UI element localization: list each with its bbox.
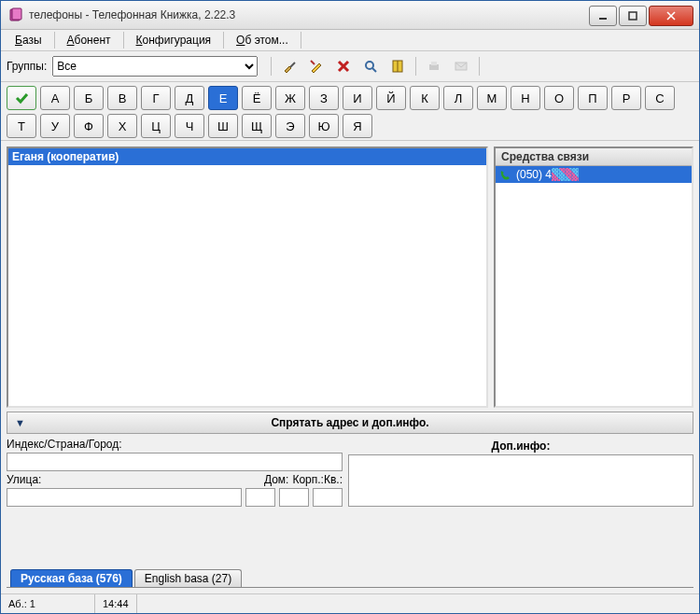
minimize-button[interactable]: [589, 6, 617, 26]
korp-kv-label: Корп.:Кв.:: [292, 473, 343, 486]
window-title: телефоны - Телефонная Книжка, 2.22.3: [29, 8, 587, 21]
contact-pane: Средства связи (050) 4▓▓▓▓: [494, 147, 693, 408]
extra-textarea[interactable]: [348, 454, 693, 507]
lower-panel: Индекс/Страна/Город: Улица: Дом: Корп.:К…: [7, 438, 693, 507]
index-input[interactable]: [7, 453, 343, 471]
phone-icon: [499, 169, 512, 180]
menu-separator: [54, 32, 55, 49]
street-input-row: [7, 488, 343, 507]
toolbar-separator: [415, 57, 416, 76]
svg-line-7: [311, 61, 315, 64]
alpha-btn-Ё[interactable]: Ё: [242, 86, 272, 110]
pencil-icon[interactable]: [305, 55, 328, 77]
groups-label: Группы:: [7, 60, 47, 73]
alpha-btn-К[interactable]: К: [410, 86, 440, 110]
list-row-selected[interactable]: Еганя (кооператив): [8, 148, 486, 165]
contact-header: Средства связи: [496, 148, 692, 166]
extra-block: Доп.инфо:: [348, 438, 693, 507]
alpha-btn-З[interactable]: З: [309, 86, 339, 110]
status-count: Аб.: 1: [1, 594, 95, 613]
status-time: 14:44: [95, 594, 137, 613]
close-button[interactable]: [649, 6, 693, 26]
groups-row: Группы: Все: [1, 51, 699, 82]
alpha-btn-Ю[interactable]: Ю: [309, 114, 339, 138]
street-label: Улица:: [7, 473, 260, 486]
menu-separator: [123, 32, 124, 49]
alpha-btn-Г[interactable]: Г: [141, 86, 171, 110]
alpha-btn-Е[interactable]: Е: [208, 86, 238, 110]
svg-line-6: [290, 63, 295, 67]
index-label: Индекс/Страна/Город:: [7, 438, 343, 451]
book-icon[interactable]: [386, 55, 409, 77]
alpha-btn-Э[interactable]: Э: [275, 114, 305, 138]
house-label: Дом:: [264, 473, 289, 486]
checkmark-button[interactable]: [7, 86, 36, 110]
alpha-btn-Ч[interactable]: Ч: [175, 114, 204, 138]
tab-english-base[interactable]: English basa (27): [134, 569, 242, 587]
svg-rect-1: [12, 8, 21, 20]
street-input[interactable]: [7, 488, 242, 507]
alpha-btn-Я[interactable]: Я: [343, 114, 372, 138]
content-area: Еганя (кооператив) Средства связи (050) …: [1, 141, 699, 593]
alpha-btn-Б[interactable]: Б: [74, 86, 104, 110]
kv-input[interactable]: [313, 488, 343, 507]
brush-icon[interactable]: [278, 55, 301, 77]
alpha-btn-Л[interactable]: Л: [443, 86, 473, 110]
alpha-btn-Ф[interactable]: Ф: [74, 114, 104, 138]
app-window: телефоны - Телефонная Книжка, 2.22.3 Баз…: [0, 0, 700, 614]
address-block: Индекс/Страна/Город: Улица: Дом: Корп.:К…: [7, 438, 343, 507]
menu-about[interactable]: Об этом...: [228, 31, 297, 49]
toolbar-separator: [479, 57, 480, 76]
contact-row[interactable]: (050) 4▓▓▓▓: [496, 166, 692, 183]
alpha-btn-В[interactable]: В: [107, 86, 137, 110]
window-controls: [587, 6, 693, 24]
menu-abonent[interactable]: Абонент: [59, 31, 119, 49]
alpha-btn-П[interactable]: П: [578, 86, 608, 110]
phone-number: (050) 4: [516, 168, 552, 181]
house-input[interactable]: [245, 488, 275, 507]
alpha-btn-Й[interactable]: Й: [376, 86, 406, 110]
alpha-btn-Т[interactable]: Т: [7, 114, 36, 138]
alpha-btn-Н[interactable]: Н: [511, 86, 540, 110]
alpha-btn-С[interactable]: С: [645, 86, 675, 110]
alpha-btn-А[interactable]: А: [40, 86, 70, 110]
svg-point-10: [366, 62, 373, 69]
app-icon: [8, 7, 23, 22]
envelope-icon: [450, 55, 472, 77]
extra-label: Доп.инфо:: [348, 438, 693, 454]
svg-line-11: [372, 68, 376, 72]
delete-icon[interactable]: [332, 55, 355, 77]
toggle-address-bar[interactable]: ▼ Спрятать адрес и доп.инфо.: [7, 412, 693, 434]
abonent-name: Еганя (кооператив): [12, 150, 119, 163]
toolbar-separator: [271, 57, 272, 76]
alpha-btn-Д[interactable]: Д: [175, 86, 204, 110]
chevron-down-icon: ▼: [15, 417, 25, 428]
tab-russian-base[interactable]: Русская база (576): [10, 569, 133, 587]
alpha-btn-Ж[interactable]: Ж: [275, 86, 305, 110]
alpha-btn-Ш[interactable]: Ш: [208, 114, 238, 138]
alpha-btn-О[interactable]: О: [544, 86, 574, 110]
toolbar: [269, 55, 482, 77]
menu-bases[interactable]: Базы: [7, 31, 50, 49]
alpha-btn-Р[interactable]: Р: [611, 86, 641, 110]
alpha-btn-Щ[interactable]: Щ: [242, 114, 272, 138]
alpha-btn-Х[interactable]: Х: [107, 114, 137, 138]
menu-config[interactable]: Конфигурация: [128, 31, 220, 49]
base-tabs: Русская база (576) English basa (27): [7, 566, 693, 588]
toggle-address-label: Спрятать адрес и доп.инфо.: [7, 416, 693, 429]
alpha-btn-М[interactable]: М: [477, 86, 507, 110]
menu-bar: Базы Абонент Конфигурация Об этом...: [1, 30, 699, 51]
status-bar: Аб.: 1 14:44: [1, 593, 699, 613]
svg-rect-15: [431, 62, 437, 65]
korp-input[interactable]: [279, 488, 309, 507]
maximize-button[interactable]: [619, 6, 647, 26]
alpha-btn-И[interactable]: И: [343, 86, 372, 110]
abonent-list-pane[interactable]: Еганя (кооператив): [7, 147, 488, 408]
alpha-btn-У[interactable]: У: [40, 114, 70, 138]
groups-select[interactable]: Все: [52, 56, 258, 77]
search-icon[interactable]: [359, 55, 382, 77]
title-bar: телефоны - Телефонная Книжка, 2.22.3: [1, 1, 699, 30]
alpha-btn-Ц[interactable]: Ц: [141, 114, 171, 138]
print-icon: [423, 55, 445, 77]
menu-separator: [223, 32, 224, 49]
